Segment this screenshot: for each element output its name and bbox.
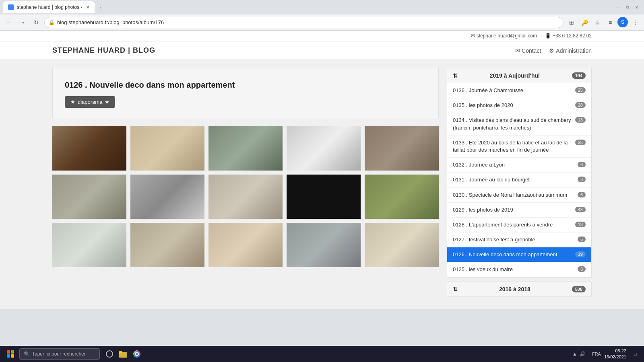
- section-title-2019: 2019 à Aujourd'hui: [490, 72, 540, 79]
- refresh-button[interactable]: ↻: [31, 17, 42, 28]
- collections-icon[interactable]: ≡: [605, 17, 616, 28]
- back-button[interactable]: ←: [3, 17, 14, 28]
- sidebar-item-text: 0129 . les photos de 2019: [453, 206, 572, 214]
- close-window-button[interactable]: ✕: [633, 3, 641, 11]
- photo-thumbnail[interactable]: [130, 223, 204, 267]
- address-bar[interactable]: 🔒 blog.stephanehuard.fr/blog_photos/albu…: [44, 17, 564, 28]
- diaporama-button[interactable]: ★ diaporama ★: [65, 96, 115, 108]
- sidebar-item-count: 6: [578, 192, 586, 197]
- album-header: 0126 . Nouvelle deco dans mon appartemen…: [52, 68, 439, 118]
- new-tab-button[interactable]: +: [95, 2, 106, 13]
- page-wrapper: ✉ stephane.huard@gmail.com 📱 +33 6 12 82…: [0, 31, 644, 309]
- phone-icon: 📱: [545, 33, 551, 39]
- topbar-email: ✉ stephane.huard@gmail.com: [471, 33, 537, 39]
- sidebar-item-text: 0128 . L'appartement des parents a vendr…: [453, 221, 572, 228]
- photo-thumbnail[interactable]: [287, 175, 361, 219]
- sidebar-item-text: 0130 . Spectacle de Nora Hamzaoui au sum…: [453, 191, 574, 199]
- sidebar-item-count: 25: [575, 87, 586, 93]
- photo-thumbnail[interactable]: [52, 126, 126, 171]
- photo-thumbnail[interactable]: [208, 175, 283, 219]
- photo-thumbnail[interactable]: [287, 126, 361, 171]
- sidebar-item-count: 13: [575, 222, 586, 227]
- main-content: 0126 . Nouvelle deco dans mon appartemen…: [0, 60, 644, 309]
- section-count-2019: 194: [572, 72, 586, 79]
- page-scroll-container[interactable]: ✉ stephane.huard@gmail.com 📱 +33 6 12 82…: [0, 31, 644, 346]
- sidebar-item-text: 0132 . Journée à Lyon: [453, 161, 574, 169]
- left-column: 0126 . Nouvelle deco dans mon appartemen…: [52, 68, 439, 301]
- star-right-icon: ★: [105, 99, 109, 105]
- sidebar-list-item[interactable]: 0133 . Eté 2020 au bois de la batie et a…: [447, 136, 591, 158]
- sidebar-item-count: 25: [575, 140, 586, 145]
- administration-link[interactable]: ⚙ Administration: [549, 47, 592, 54]
- sort-arrows-icon-2: ⇅: [453, 286, 458, 292]
- sidebar-item-text: 0133 . Eté 2020 au bois de la batie et a…: [453, 139, 572, 154]
- url-text: blog.stephanehuard.fr/blog_photos/album/…: [57, 19, 559, 25]
- extensions-icon[interactable]: 🔑: [579, 17, 590, 28]
- site-nav: ✉ Contact ⚙ Administration: [515, 47, 592, 54]
- gear-icon: ⚙: [549, 47, 554, 54]
- sort-arrows-icon: ⇅: [453, 72, 458, 79]
- menu-icon[interactable]: ⋮: [630, 17, 641, 28]
- sidebar-item-count: 6: [578, 162, 586, 167]
- sidebar-section-2019: ⇅ 2019 à Aujourd'hui 194 0136 . Journée …: [447, 68, 592, 278]
- sidebar-item-count: 5: [578, 237, 586, 242]
- sidebar-item-text: 0134 . Visites des plans d'eau au sud de…: [453, 117, 572, 131]
- album-title: 0126 . Nouvelle deco dans mon appartemen…: [65, 80, 426, 90]
- restore-button[interactable]: ⧉: [623, 3, 631, 11]
- photo-thumbnail[interactable]: [365, 175, 439, 219]
- sidebar-list-item[interactable]: 0130 . Spectacle de Nora Hamzaoui au sum…: [447, 188, 591, 203]
- toolbar-actions: ⊞ 🔑 ☆ ≡ S ⋮: [566, 17, 641, 28]
- sidebar-list-item[interactable]: 0136 . Journée à Chamrousse 25: [447, 83, 591, 98]
- lock-icon: 🔒: [49, 20, 55, 25]
- sidebar-item-count: 3: [578, 177, 586, 182]
- sidebar-list-item[interactable]: 0126 . Nouvelle deco dans mon appartemen…: [447, 247, 591, 262]
- sidebar-item-text: 0136 . Journée à Chamrousse: [453, 87, 572, 94]
- site-header: STEPHANE HUARD | BLOG ✉ Contact ⚙ Admini…: [0, 41, 644, 60]
- forward-button[interactable]: →: [17, 17, 28, 28]
- sidebar-list-item[interactable]: 0134 . Visites des plans d'eau au sud de…: [447, 113, 591, 135]
- sidebar-items-list: 0136 . Journée à Chamrousse 25 0135 . le…: [447, 83, 591, 277]
- photo-thumbnail[interactable]: [52, 175, 126, 219]
- sidebar-section-header-2019[interactable]: ⇅ 2019 à Aujourd'hui 194: [447, 68, 591, 83]
- sidebar-item-text: 0135 . les photos de 2020: [453, 102, 572, 109]
- sidebar-list-item[interactable]: 0131 . Journée au lac du bourget 3: [447, 173, 591, 187]
- star-left-icon: ★: [70, 99, 75, 105]
- sidebar-section-header-2016[interactable]: ⇅ 2016 à 2018 508: [447, 282, 591, 297]
- sidebar-item-text: 0127 . festival noise fest à grenoble: [453, 236, 574, 243]
- right-sidebar: ⇅ 2019 à Aujourd'hui 194 0136 . Journée …: [447, 68, 592, 301]
- photo-thumbnail[interactable]: [287, 223, 361, 267]
- sidebar-item-count: 8: [578, 266, 586, 272]
- sidebar-list-item[interactable]: 0132 . Journée à Lyon 6: [447, 158, 591, 173]
- sidebar-item-text: 0126 . Nouvelle deco dans mon appartemen…: [453, 251, 572, 258]
- browser-tab[interactable]: stephane huard | blog photos - ✕: [3, 1, 95, 13]
- contact-link[interactable]: ✉ Contact: [515, 47, 541, 54]
- sidebar-section-2016: ⇅ 2016 à 2018 508: [447, 282, 592, 297]
- photo-thumbnail[interactable]: [130, 175, 204, 219]
- sidebar-item-count: 19: [575, 251, 586, 257]
- favicon: [8, 4, 14, 10]
- sidebar-item-count: 28: [575, 102, 586, 108]
- photo-thumbnail[interactable]: [208, 126, 283, 171]
- sidebar-item-count: 13: [575, 117, 586, 123]
- site-logo[interactable]: STEPHANE HUARD | BLOG: [52, 46, 155, 55]
- site-topbar: ✉ stephane.huard@gmail.com 📱 +33 6 12 82…: [0, 31, 644, 41]
- browser-titlebar: stephane huard | blog photos - ✕ + — ⧉ ✕: [0, 0, 644, 14]
- sidebar-list-item[interactable]: 0135 . les photos de 2020 28: [447, 98, 591, 113]
- sidebar-list-item[interactable]: 0127 . festival noise fest à grenoble 5: [447, 232, 591, 247]
- window-controls: — ⧉ ✕: [613, 3, 641, 11]
- sidebar-list-item[interactable]: 0125 . les voeux du maire 8: [447, 262, 591, 277]
- sidebar-list-item[interactable]: 0129 . les photos de 2019 43: [447, 203, 591, 218]
- sidebar-item-text: 0131 . Journée au lac du bourget: [453, 176, 574, 183]
- photo-thumbnail[interactable]: [52, 223, 126, 267]
- photo-thumbnail[interactable]: [365, 126, 439, 171]
- photo-thumbnail[interactable]: [130, 126, 204, 171]
- photo-thumbnail[interactable]: [208, 223, 283, 267]
- minimize-button[interactable]: —: [613, 3, 621, 11]
- favorites-icon[interactable]: ☆: [592, 17, 603, 28]
- tab-title: stephane huard | blog photos -: [17, 4, 83, 10]
- profile-icon[interactable]: S: [617, 17, 628, 27]
- sidebar-list-item[interactable]: 0128 . L'appartement des parents a vendr…: [447, 218, 591, 232]
- photo-thumbnail[interactable]: [365, 223, 439, 267]
- bookmarks-icon[interactable]: ⊞: [566, 17, 577, 28]
- tab-close-button[interactable]: ✕: [86, 4, 90, 10]
